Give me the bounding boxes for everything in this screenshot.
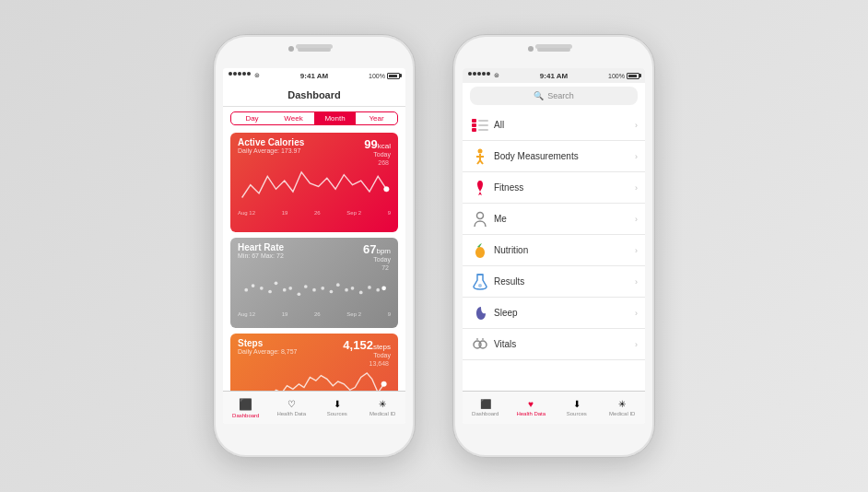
- nav-title-dashboard: Dashboard: [287, 89, 340, 100]
- card-calories-value: 99kcal: [364, 137, 391, 151]
- tab-dashboard-icon-p1: ⬛: [239, 398, 252, 411]
- wifi-icon-p2: ⊛: [494, 72, 499, 79]
- signal-icons: ⊛: [229, 72, 260, 79]
- signal-dot-p2-1: [468, 72, 472, 76]
- health-item-me-chevron: ›: [635, 215, 638, 224]
- signal-dot-1: [229, 72, 232, 76]
- me-icon: [470, 209, 490, 229]
- sleep-icon: [470, 303, 490, 323]
- health-item-vitals[interactable]: Vitals ›: [463, 329, 645, 360]
- svg-rect-22: [472, 123, 476, 127]
- screen-dashboard: ⊛ 9:41 AM 100% Dashboard Day Week Month: [223, 68, 405, 424]
- signal-dot-p2-5: [487, 72, 490, 76]
- health-item-all-chevron: ›: [635, 121, 638, 130]
- svg-rect-24: [478, 120, 488, 122]
- health-item-me-label: Me: [494, 214, 635, 224]
- status-bar: ⊛ 9:41 AM 100%: [223, 68, 405, 83]
- svg-rect-21: [472, 119, 476, 123]
- svg-line-31: [480, 160, 483, 164]
- health-item-sleep[interactable]: Sleep ›: [463, 298, 645, 329]
- segment-control[interactable]: Day Week Month Year: [230, 111, 398, 125]
- tab-bar-phone1: ⬛ Dashboard ♡ Health Data ⬇ Sources ✳ Me…: [223, 391, 405, 424]
- battery-icon: [387, 73, 400, 79]
- health-item-results[interactable]: Results ›: [463, 266, 645, 298]
- svg-point-10: [312, 288, 316, 292]
- card-heart-rate[interactable]: Heart Rate Min: 67 Max: 72 67bpm Today 7…: [230, 238, 398, 328]
- calories-chart: 268 Aug 12 19 26 Sep 2 9: [230, 159, 398, 217]
- signal-dot-p2-2: [473, 72, 476, 76]
- search-bar[interactable]: 🔍 Search: [470, 87, 638, 105]
- health-item-vitals-chevron: ›: [635, 340, 638, 349]
- tab-medicalid-label-p2: Medical ID: [609, 411, 635, 416]
- phone2-camera: [528, 46, 534, 52]
- tab-healthdata-p1[interactable]: ♡ Health Data: [269, 399, 315, 416]
- card-heartrate-subtitle: Min: 67 Max: 72: [238, 252, 284, 259]
- svg-point-0: [384, 187, 390, 193]
- health-item-body-chevron: ›: [635, 152, 638, 161]
- seg-year[interactable]: Year: [356, 112, 397, 124]
- tab-sources-p1[interactable]: ⬇ Sources: [314, 399, 360, 416]
- calories-max: 268: [378, 159, 389, 166]
- calories-dates: Aug 12 19 26 Sep 2 9: [238, 210, 391, 216]
- heartrate-chart: 72: [230, 264, 398, 319]
- wifi-icon: ⊛: [254, 72, 260, 79]
- seg-month[interactable]: Month: [314, 112, 356, 124]
- battery-percent: 100%: [369, 73, 385, 79]
- calories-svg: [238, 159, 391, 210]
- signal-dot-5: [247, 72, 251, 76]
- battery-area-p2: 100%: [608, 73, 639, 79]
- card-steps-subtitle: Daily Average: 8,757: [238, 348, 297, 355]
- health-item-results-chevron: ›: [635, 277, 638, 287]
- battery-area: 100%: [369, 73, 400, 79]
- phone-speaker: [298, 48, 331, 52]
- tab-sources-p2[interactable]: ⬇ Sources: [554, 399, 600, 416]
- health-item-nutrition[interactable]: Nutrition ›: [463, 235, 645, 266]
- svg-rect-25: [478, 124, 488, 126]
- health-item-body[interactable]: Body Measurements ›: [463, 141, 645, 172]
- seg-week[interactable]: Week: [273, 112, 314, 124]
- tab-healthdata-icon-p1: ♡: [287, 399, 296, 409]
- tab-medicalid-p2[interactable]: ✳ Medical ID: [600, 399, 646, 416]
- tab-dashboard-label-p1: Dashboard: [232, 413, 259, 418]
- svg-point-2: [252, 284, 255, 287]
- phone2-speaker: [537, 48, 570, 52]
- svg-point-12: [330, 290, 334, 294]
- heartrate-svg: [238, 264, 391, 311]
- health-item-nutrition-chevron: ›: [635, 246, 638, 255]
- tab-medicalid-icon-p2: ✳: [618, 399, 626, 409]
- card-heart-rate-header: Heart Rate Min: 67 Max: 72 67bpm Today: [230, 238, 398, 264]
- health-item-body-label: Body Measurements: [494, 151, 635, 161]
- health-item-sleep-label: Sleep: [494, 308, 635, 318]
- svg-point-27: [478, 148, 483, 153]
- svg-point-1: [244, 288, 248, 292]
- phone-healthdata: ⊛ 9:41 AM 100% 🔍 Search: [452, 34, 655, 458]
- health-item-all[interactable]: All ›: [463, 110, 645, 141]
- tab-dashboard-p1[interactable]: ⬛ Dashboard: [223, 398, 269, 418]
- health-item-fitness-chevron: ›: [635, 183, 638, 193]
- tab-dashboard-label-p2: Dashboard: [472, 411, 499, 416]
- svg-point-6: [283, 288, 287, 292]
- tab-healthdata-p2[interactable]: ♥ Health Data: [509, 399, 555, 416]
- signal-dot-p2-4: [482, 72, 486, 76]
- seg-day[interactable]: Day: [231, 112, 273, 124]
- tab-dashboard-icon-p2: ⬛: [480, 399, 491, 409]
- tab-dashboard-p2[interactable]: ⬛ Dashboard: [463, 399, 509, 416]
- svg-point-14: [345, 288, 348, 292]
- card-active-calories[interactable]: Active Calories Daily Average: 173.97 99…: [230, 133, 398, 232]
- health-item-me[interactable]: Me ›: [463, 204, 645, 235]
- tab-medicalid-p1[interactable]: ✳ Medical ID: [360, 399, 406, 416]
- tab-medicalid-icon-p1: ✳: [379, 399, 386, 409]
- tab-medicalid-label-p1: Medical ID: [369, 411, 395, 416]
- health-list: All › Body Measurements: [463, 110, 645, 424]
- battery-percent-p2: 100%: [608, 73, 625, 79]
- search-icon: 🔍: [534, 91, 544, 100]
- heartrate-dates: Aug 12 19 26 Sep 2 9: [238, 311, 391, 317]
- health-item-fitness[interactable]: Fitness ›: [463, 172, 645, 204]
- nutrition-icon: [470, 240, 490, 261]
- tab-sources-label-p1: Sources: [327, 411, 347, 416]
- battery-fill-p2: [628, 75, 637, 77]
- svg-point-16: [359, 291, 363, 295]
- svg-point-19: [381, 287, 386, 291]
- status-time: 9:41 AM: [300, 72, 328, 80]
- tab-sources-icon-p2: ⬇: [573, 399, 581, 409]
